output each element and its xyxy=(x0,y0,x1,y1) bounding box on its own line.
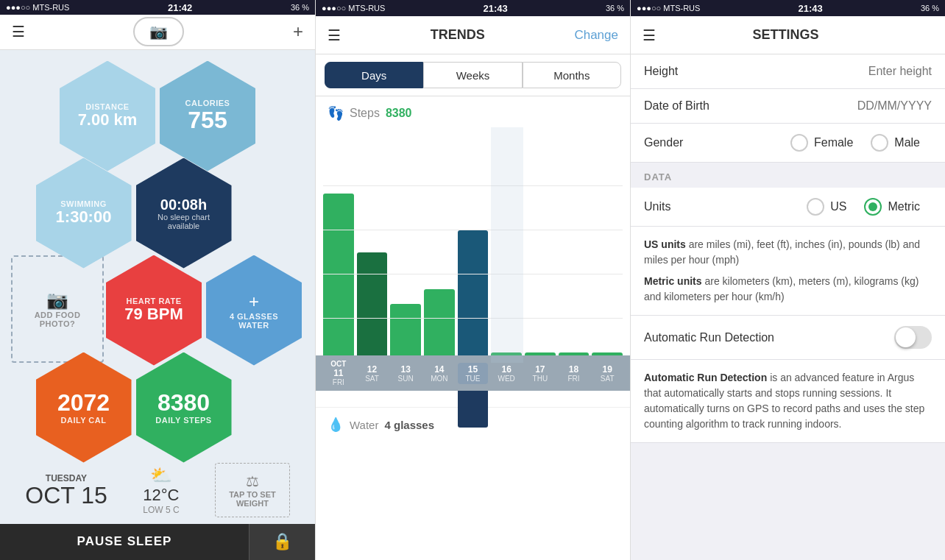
distance-hex[interactable]: DISTANCE 7.00 km xyxy=(60,61,155,171)
units-label: Units xyxy=(644,200,807,213)
trends-title: TRENDS xyxy=(431,27,485,43)
calories-label: CALORIES xyxy=(185,99,230,107)
heart-label: HEART RATE xyxy=(126,297,181,305)
camera-icon: 📷 xyxy=(149,23,168,40)
carrier-1: ●●●○○ MTS-RUS xyxy=(6,3,69,12)
x-date-17: 17 xyxy=(535,364,545,375)
x-axis: OCT 11 FRI 12 SAT 13 SUN 14 MON xyxy=(316,355,630,391)
lock-button[interactable]: 🔒 xyxy=(249,524,315,560)
weight-cell[interactable]: ⚖ TAP TO SETWEIGHT xyxy=(215,463,290,517)
male-label: Male xyxy=(894,136,920,149)
date-main: OCT 15 xyxy=(25,483,107,507)
food-hex[interactable]: 📷 ADD FOOD PHOTO? xyxy=(11,255,104,363)
weight-text: TAP TO SETWEIGHT xyxy=(229,490,276,508)
metric-radio-dot xyxy=(868,202,877,211)
time-2: 21:43 xyxy=(484,3,508,14)
add-icon[interactable]: + xyxy=(293,21,303,42)
steps-value: 8380 xyxy=(386,107,412,120)
heart-value: 79 BPM xyxy=(124,305,183,323)
pause-sleep-button[interactable]: PAUSE SLEEP xyxy=(0,524,249,560)
x-day-13: SUN xyxy=(398,375,414,383)
sub-axis-bars xyxy=(316,391,630,428)
swimming-hex[interactable]: SWIMMING 1:30:00 xyxy=(36,158,132,269)
date-cell: TUESDAY OCT 15 xyxy=(25,473,107,507)
x-day-19: SAT xyxy=(601,375,615,383)
tab-days[interactable]: Days xyxy=(325,62,423,88)
x-label-11: OCT 11 FRI xyxy=(323,358,354,388)
gender-label: Gender xyxy=(644,136,790,149)
lock-icon: 🔒 xyxy=(272,532,292,551)
x-day-12: SAT xyxy=(365,375,379,383)
x-day-14: MON xyxy=(431,375,447,383)
settings-title: SETTINGS xyxy=(656,27,916,43)
water-hex[interactable]: + 4 GLASSES WATER xyxy=(206,255,302,366)
us-bold: US units xyxy=(644,238,686,250)
status-bar-1: ●●●○○ MTS-RUS 21:42 36 % xyxy=(0,0,315,15)
bar-fill-17 xyxy=(525,352,556,355)
menu-icon-2[interactable]: ☰ xyxy=(328,26,341,44)
swimming-label: SWIMMING xyxy=(60,199,107,208)
x-label-13: 13 SUN xyxy=(390,363,421,384)
carrier-2: ●●●○○ MTS-RUS xyxy=(322,4,385,13)
units-options: US Metric xyxy=(807,198,932,216)
daily-cal-label: DAILY CAL xyxy=(61,416,107,425)
bottom-strip: TUESDAY OCT 15 ⛅ 12°C LOW 5 C ⚖ TAP TO S… xyxy=(0,457,315,524)
male-radio[interactable] xyxy=(871,134,888,152)
tab-weeks[interactable]: Weeks xyxy=(423,62,522,88)
sleep-hex[interactable]: 00:08h No sleep chart available xyxy=(136,158,232,269)
status-bar-3: ●●●○○ MTS-RUS 21:43 36 % xyxy=(631,0,945,16)
camera-button[interactable]: 📷 xyxy=(133,17,184,46)
bar-19 xyxy=(592,352,623,355)
distance-value: 7.00 km xyxy=(78,111,138,129)
bar-13 xyxy=(390,304,421,355)
dob-input[interactable] xyxy=(799,99,932,113)
time-3: 21:43 xyxy=(799,3,823,14)
settings-body: Height Date of Birth Gender Female Male … xyxy=(631,54,945,560)
heart-hex[interactable]: HEART RATE 79 BPM xyxy=(106,255,202,366)
daily-steps-hex[interactable]: 8380 DAILY STEPS xyxy=(136,352,232,463)
dob-label: Date of Birth xyxy=(644,99,799,113)
bar-17 xyxy=(525,352,556,355)
dob-row: Date of Birth xyxy=(631,89,945,124)
x-day-15: TUE xyxy=(466,375,481,383)
bar-18 xyxy=(559,352,590,355)
auto-run-toggle[interactable] xyxy=(894,326,932,349)
x-date-18: 18 xyxy=(569,364,578,375)
metric-bold: Metric units xyxy=(644,275,702,287)
bar-fill-19 xyxy=(592,352,623,355)
auto-run-label: Automatic Run Detection xyxy=(644,331,894,344)
height-input[interactable] xyxy=(799,65,932,78)
menu-icon-3[interactable]: ☰ xyxy=(643,26,656,44)
settings-panel: ●●●○○ MTS-RUS 21:43 36 % ☰ SETTINGS Heig… xyxy=(630,0,945,560)
bar-fill-12 xyxy=(357,252,388,355)
trends-panel: ●●●○○ MTS-RUS 21:43 36 % ☰ TRENDS Change… xyxy=(315,0,630,560)
x-label-16: 16 WED xyxy=(491,363,522,384)
chart-container: 👣 Steps 8380 xyxy=(316,96,630,560)
female-radio[interactable] xyxy=(790,134,808,152)
calories-hex[interactable]: CALORIES 755 xyxy=(160,61,255,171)
height-row: Height xyxy=(631,54,945,89)
tab-months[interactable]: Months xyxy=(523,62,621,88)
x-date-13: 13 xyxy=(401,364,411,375)
food-label: ADD FOOD xyxy=(35,311,81,319)
x-label-18: 18 FRI xyxy=(559,363,590,384)
bar-14 xyxy=(424,289,455,355)
battery-1: 36 % xyxy=(291,3,309,12)
metric-radio[interactable] xyxy=(864,198,882,216)
swimming-value: 1:30:00 xyxy=(56,208,112,226)
x-date-12: 12 xyxy=(367,364,377,375)
bar-fill-14 xyxy=(424,289,455,355)
auto-run-desc-text: Automatic Run Detection is an advanced f… xyxy=(644,370,932,432)
x-day-18: FRI xyxy=(567,375,579,383)
daily-cal-hex[interactable]: 2072 DAILY CAL xyxy=(36,352,132,463)
us-radio[interactable] xyxy=(807,198,824,216)
hex-grid: DISTANCE 7.00 km CALORIES 755 SWIMMING 1… xyxy=(0,50,315,457)
x-day-11: FRI xyxy=(333,378,344,386)
change-button[interactable]: Change xyxy=(574,28,618,43)
water-label: 4 GLASSES xyxy=(230,312,278,321)
us-info-text: US units are miles (mi), feet (ft), inch… xyxy=(644,237,932,268)
steps-label: Steps xyxy=(350,107,380,120)
grid-line-4 xyxy=(323,185,623,186)
menu-icon-1[interactable]: ☰ xyxy=(12,23,25,40)
data-section-title: DATA xyxy=(644,171,672,182)
